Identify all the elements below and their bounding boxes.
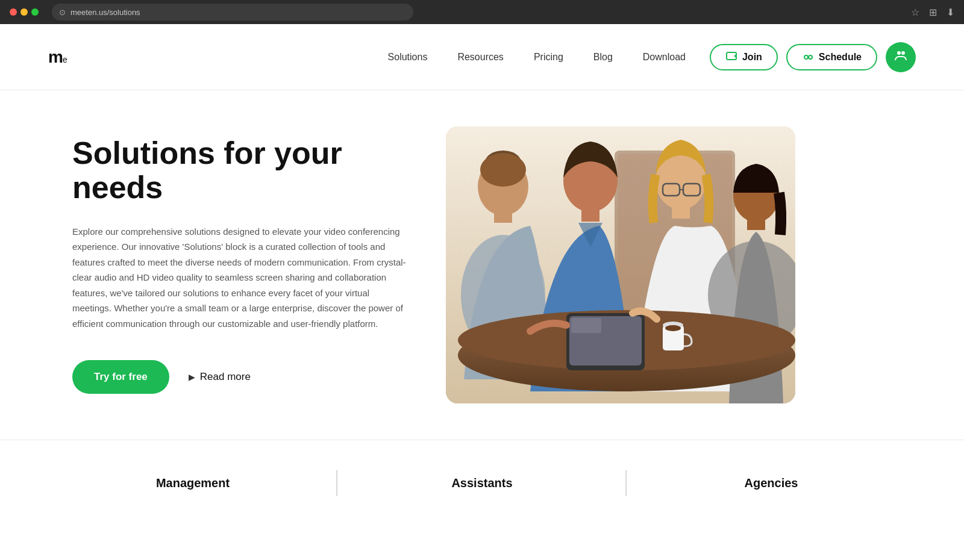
nav-item-download[interactable]: Download [643,52,686,63]
download-icon[interactable]: ⬇ [947,7,954,18]
category-assistants: Assistants [337,464,627,502]
play-icon: ▶ [189,372,195,382]
svg-point-12 [480,153,526,187]
nav-item-blog[interactable]: Blog [593,52,613,63]
category-management: Management [48,464,337,502]
schedule-icon [802,51,814,63]
schedule-label: Schedule [819,52,862,63]
logo-sub: e [63,55,67,64]
minimize-dot[interactable] [20,8,28,16]
hero-section: Solutions for your needs Explore our com… [0,90,964,440]
category-agencies-title: Agencies [745,476,798,490]
svg-rect-13 [494,208,512,223]
hero-actions: Try for free ▶ Read more [72,360,410,394]
header: me Solutions Resources Pricing Blog Down… [0,24,964,90]
svg-rect-23 [747,217,765,230]
main-nav: Solutions Resources Pricing Blog Downloa… [388,52,686,63]
read-more-label: Read more [200,371,251,383]
header-actions: Join Schedule [710,42,916,72]
svg-rect-21 [672,204,690,219]
nav-item-solutions[interactable]: Solutions [388,52,428,63]
schedule-button[interactable]: Schedule [786,44,877,70]
try-for-free-button[interactable]: Try for free [72,360,169,394]
hero-description: Explore our comprehensive solutions desi… [72,224,410,332]
svg-point-2 [809,55,812,59]
browser-chrome: ⊙ meeten.us/solutions ☆ ⊞ ⬇ [0,0,964,24]
category-agencies: Agencies [627,464,916,502]
hero-image [446,126,795,403]
svg-rect-16 [581,205,599,222]
svg-point-4 [901,51,905,55]
browser-traffic-lights [10,8,39,16]
address-bar[interactable]: ⊙ meeten.us/solutions [52,4,413,20]
people-icon [894,48,908,66]
hero-content: Solutions for your needs Explore our com… [72,136,410,394]
close-dot[interactable] [10,8,17,16]
hero-image-container [446,126,795,403]
nav-item-resources[interactable]: Resources [457,52,503,63]
join-label: Join [742,52,762,63]
bottom-section: Management Assistants Agencies [0,440,964,514]
category-management-title: Management [156,476,230,490]
extensions-icon[interactable]: ⊞ [929,7,937,18]
browser-actions: ☆ ⊞ ⬇ [911,7,954,18]
category-assistants-title: Assistants [451,476,512,490]
svg-point-3 [897,51,901,55]
green-circle-button[interactable] [886,42,916,72]
hero-illustration [446,126,795,403]
category-grid: Management Assistants Agencies [48,464,916,502]
svg-point-32 [665,325,681,331]
nav-item-pricing[interactable]: Pricing [534,52,563,63]
logo[interactable]: me [48,48,67,67]
url-text: meeten.us/solutions [70,8,140,17]
hero-title: Solutions for your needs [72,136,410,205]
star-icon[interactable]: ☆ [911,7,919,18]
maximize-dot[interactable] [31,8,39,16]
svg-rect-29 [571,318,601,333]
favicon-icon: ⊙ [59,8,66,17]
join-icon [725,51,737,63]
join-button[interactable]: Join [710,44,778,70]
read-more-button[interactable]: ▶ Read more [189,371,251,383]
svg-point-1 [804,55,808,59]
